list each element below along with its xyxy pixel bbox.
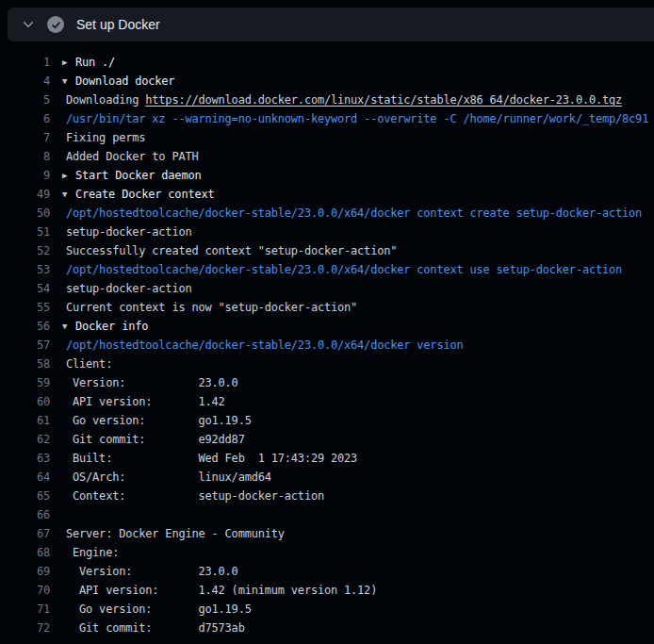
log-line: 55Current context is now "setup-docker-a… <box>0 298 654 317</box>
log-line: 50/opt/hostedtoolcache/docker-stable/23.… <box>0 204 654 223</box>
triangle-down-icon[interactable]: ▼ <box>62 317 75 336</box>
log-content: 1▶Run ./4▼Download docker5Downloading ht… <box>0 49 654 637</box>
log-group-header[interactable]: 9▶Start Docker daemon <box>0 166 654 185</box>
line-number[interactable]: 56 <box>0 317 50 336</box>
line-number[interactable]: 63 <box>0 449 50 468</box>
line-number[interactable]: 7 <box>0 128 50 147</box>
log-line: 69 Version: 23.0.0 <box>0 562 654 581</box>
log-line: 65 Context: setup-docker-action <box>0 487 654 505</box>
log-text: Context: setup-docker-action <box>66 487 324 505</box>
log-line: 59 Version: 23.0.0 <box>0 373 654 392</box>
log-text: Git commit: d7573ab <box>66 619 245 637</box>
log-line: 68 Engine: <box>0 543 654 562</box>
log-text: Current context is now "setup-docker-act… <box>66 298 357 317</box>
line-number[interactable]: 65 <box>0 487 50 505</box>
log-line: 62 Git commit: e92dd87 <box>0 430 654 449</box>
log-text: Built: Wed Feb 1 17:43:29 2023 <box>66 449 357 468</box>
command-text: /usr/bin/tar xz --warning=no-unknown-key… <box>66 109 648 128</box>
log-text-segment: Downloading <box>66 93 145 107</box>
triangle-down-icon[interactable]: ▼ <box>62 185 75 204</box>
line-number[interactable]: 59 <box>0 373 50 392</box>
log-line: 60 API version: 1.42 <box>0 392 654 411</box>
log-text: API version: 1.42 (minimum version 1.12) <box>66 581 377 600</box>
log-text: Git commit: e92dd87 <box>66 430 245 449</box>
line-number[interactable]: 70 <box>0 581 50 600</box>
triangle-down-icon[interactable]: ▼ <box>62 72 75 91</box>
line-number[interactable]: 55 <box>0 298 50 317</box>
log-line: 66 <box>0 505 654 524</box>
step-title: Set up Docker <box>76 17 160 32</box>
log-text: Go version: go1.19.5 <box>66 411 252 430</box>
log-group-header[interactable]: 56▼Docker info <box>0 317 654 336</box>
log-line: 6/usr/bin/tar xz --warning=no-unknown-ke… <box>0 109 654 128</box>
log-group-header[interactable]: 49▼Create Docker context <box>0 185 654 204</box>
log-link[interactable]: https://download.docker.com/linux/static… <box>145 93 622 107</box>
triangle-right-icon[interactable]: ▶ <box>62 53 75 72</box>
log-text: ▶Run ./ <box>62 53 115 72</box>
line-number[interactable]: 72 <box>0 619 50 637</box>
line-number[interactable]: 69 <box>0 562 50 581</box>
line-number[interactable]: 61 <box>0 411 50 430</box>
log-line: 63 Built: Wed Feb 1 17:43:29 2023 <box>0 449 654 468</box>
log-group-header[interactable]: 1▶Run ./ <box>0 53 654 72</box>
log-text: ▼Docker info <box>62 317 148 336</box>
log-text: Version: 23.0.0 <box>66 562 238 581</box>
triangle-right-icon[interactable]: ▶ <box>62 166 75 185</box>
log-line: 61 Go version: go1.19.5 <box>0 411 654 430</box>
line-number[interactable]: 50 <box>0 204 50 223</box>
log-line: 54setup-docker-action <box>0 279 654 298</box>
log-line: 7Fixing perms <box>0 128 654 147</box>
line-number[interactable]: 71 <box>0 600 50 619</box>
log-text: ▶Start Docker daemon <box>62 166 201 185</box>
log-line: 8Added Docker to PATH <box>0 147 654 166</box>
log-line: 70 API version: 1.42 (minimum version 1.… <box>0 581 654 600</box>
log-text: Engine: <box>66 543 119 562</box>
log-text: API version: 1.42 <box>66 392 225 411</box>
line-number[interactable]: 66 <box>0 505 50 524</box>
log-line: 51setup-docker-action <box>0 223 654 241</box>
line-number[interactable]: 6 <box>0 109 50 128</box>
log-line: 71 Go version: go1.19.5 <box>0 600 654 619</box>
log-line: 52Successfully created context "setup-do… <box>0 241 654 260</box>
step-header[interactable]: Set up Docker <box>8 8 654 41</box>
line-number[interactable]: 62 <box>0 430 50 449</box>
log-text: ▼Create Docker context <box>62 185 215 204</box>
line-number[interactable]: 64 <box>0 468 50 487</box>
line-number[interactable]: 68 <box>0 543 50 562</box>
line-number[interactable]: 9 <box>0 166 50 185</box>
line-number[interactable]: 8 <box>0 147 50 166</box>
chevron-down-icon[interactable] <box>22 18 35 31</box>
line-number[interactable]: 54 <box>0 279 50 298</box>
check-circle-icon <box>47 16 64 33</box>
log-line: 67Server: Docker Engine - Community <box>0 524 654 543</box>
log-text: Fixing perms <box>66 128 145 147</box>
line-number[interactable]: 60 <box>0 392 50 411</box>
log-text: setup-docker-action <box>66 279 191 298</box>
line-number[interactable]: 1 <box>0 53 50 72</box>
log-viewer-page: Set up Docker 1▶Run ./4▼Download docker5… <box>0 0 654 644</box>
line-number[interactable]: 67 <box>0 524 50 543</box>
log-text: Server: Docker Engine - Community <box>66 524 285 543</box>
log-text: Downloading https://download.docker.com/… <box>66 91 622 109</box>
log-text: Client: <box>66 355 112 373</box>
log-text: Added Docker to PATH <box>66 147 199 166</box>
line-number[interactable]: 4 <box>0 72 50 91</box>
log-line: 58Client: <box>0 355 654 373</box>
line-number[interactable]: 51 <box>0 223 50 241</box>
line-number[interactable]: 57 <box>0 336 50 355</box>
command-text: /opt/hostedtoolcache/docker-stable/23.0.… <box>66 260 622 279</box>
line-number[interactable]: 58 <box>0 355 50 373</box>
command-text: /opt/hostedtoolcache/docker-stable/23.0.… <box>66 204 642 223</box>
log-line: 53/opt/hostedtoolcache/docker-stable/23.… <box>0 260 654 279</box>
log-text: ▼Download docker <box>62 72 174 91</box>
log-line: 57/opt/hostedtoolcache/docker-stable/23.… <box>0 336 654 355</box>
line-number[interactable]: 5 <box>0 91 50 109</box>
line-number[interactable]: 53 <box>0 260 50 279</box>
command-text: /opt/hostedtoolcache/docker-stable/23.0.… <box>66 336 463 355</box>
log-text: Successfully created context "setup-dock… <box>66 241 397 260</box>
line-number[interactable]: 52 <box>0 241 50 260</box>
log-text: Version: 23.0.0 <box>66 373 238 392</box>
log-text: OS/Arch: linux/amd64 <box>66 468 271 487</box>
line-number[interactable]: 49 <box>0 185 50 204</box>
log-group-header[interactable]: 4▼Download docker <box>0 72 654 91</box>
